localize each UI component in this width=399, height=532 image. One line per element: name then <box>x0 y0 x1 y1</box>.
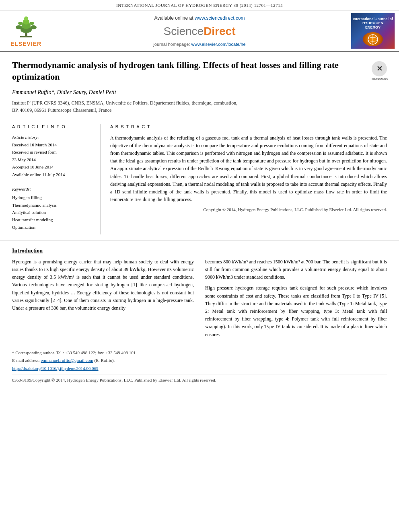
title-section: Thermodynamic analysis of hydrogen tank … <box>0 52 399 118</box>
svg-rect-1 <box>20 36 32 37</box>
keyword-2: Thermodynamic analysis <box>12 202 94 208</box>
article-info-heading: A R T I C L E I N F O <box>12 124 94 130</box>
sciencedirect-brand: ScienceDirect <box>164 23 236 39</box>
corresponding-author-text: * Corresponding author. Tel.: +33 549 49… <box>12 350 137 355</box>
crossmark-icon[interactable]: ✕ <box>372 61 387 76</box>
email-line: E-mail address: emmanuel.ruffio@gmail.co… <box>12 357 387 364</box>
doi-link[interactable]: http://dx.doi.org/10.1016/j.ijhydene.201… <box>12 366 99 371</box>
intro-para-right-1: becomes 800 kWh/m³ and reaches 1500 kWh/… <box>205 258 387 281</box>
crossmark-label: CrossMark <box>372 77 387 81</box>
abstract-column: A B S T R A C T A thermodynamic analysis… <box>110 124 387 234</box>
journal-cover-section: International Journal ofHYDROGENENERGY <box>347 10 399 51</box>
email-label: E-mail address: <box>12 358 40 363</box>
svg-point-5 <box>24 16 28 21</box>
intro-col-left: Hydrogen is a promising energy carrier t… <box>12 258 194 342</box>
journal-header: INTERNATIONAL JOURNAL OF HYDROGEN ENERGY… <box>0 0 399 10</box>
banner: ELSEVIER Available online at www.science… <box>0 10 399 52</box>
received-date: Received 16 March 2014 <box>12 142 94 148</box>
keyword-5: Optimization <box>12 224 94 230</box>
crossmark-badge[interactable]: ✕ CrossMark <box>372 61 387 76</box>
revised-date: 23 May 2014 <box>12 157 94 163</box>
article-history-group: Article history: Received 16 March 2014 … <box>12 134 94 178</box>
article-title-block: Thermodynamic analysis of hydrogen tank … <box>12 60 387 82</box>
keywords-label: Keywords: <box>12 186 94 192</box>
keyword-3: Analytical solution <box>12 210 94 216</box>
direct-text: Direct <box>204 25 235 37</box>
intro-col-right: becomes 800 kWh/m³ and reaches 1500 kWh/… <box>205 258 387 342</box>
svg-point-8 <box>18 22 23 25</box>
journal-name-text: INTERNATIONAL JOURNAL OF HYDROGEN ENERGY… <box>116 3 283 8</box>
doi-line: http://dx.doi.org/10.1016/j.ijhydene.201… <box>12 365 387 372</box>
affiliation-line1: Institut P' (UPR CNRS 3346), CNRS, ENSMA… <box>12 100 237 106</box>
email-link[interactable]: emmanuel.ruffio@gmail.com <box>41 358 93 363</box>
article-title-text: Thermodynamic analysis of hydrogen tank … <box>12 60 367 82</box>
introduction-heading: Introduction <box>12 247 387 255</box>
authors-text: Emmanuel Ruffio*, Didier Saury, Daniel P… <box>12 88 387 97</box>
introduction-section: Introduction Hydrogen is a promising ene… <box>0 240 399 345</box>
introduction-body: Hydrogen is a promising energy carrier t… <box>12 258 387 342</box>
journal-cover-title-text: International Journal ofHYDROGENENERGY <box>351 16 395 31</box>
sciencedirect-link[interactable]: www.sciencedirect.com <box>195 15 245 21</box>
svg-point-9 <box>29 22 34 25</box>
divider <box>12 182 94 182</box>
elsevier-tree-icon <box>10 14 42 39</box>
svg-point-6 <box>16 25 22 29</box>
journal-homepage-link[interactable]: www.elsevier.com/locate/he <box>191 42 246 47</box>
abstract-text-block: A thermodynamic analysis of the refuelin… <box>110 134 387 204</box>
affiliation-block: Institut P' (UPR CNRS 3346), CNRS, ENSMA… <box>12 99 387 114</box>
keywords-group: Keywords: Hydrogen filling Thermodynamic… <box>12 186 94 230</box>
abstract-copyright: Copyright © 2014, Hydrogen Energy Public… <box>110 207 387 213</box>
cover-sphere-icon <box>367 33 379 45</box>
article-history-label: Article history: <box>12 134 94 140</box>
article-info-column: A R T I C L E I N F O Article history: R… <box>12 124 101 234</box>
keyword-1: Hydrogen filling <box>12 195 94 201</box>
footer-section: * Corresponding author. Tel.: +33 549 49… <box>0 346 399 387</box>
revised-label: Received in revised form <box>12 149 94 155</box>
email-suffix: (E. Ruffio). <box>95 358 115 363</box>
elsevier-logo-section: ELSEVIER <box>0 10 52 51</box>
journal-cover-graphic <box>363 32 383 46</box>
abstract-heading: A B S T R A C T <box>110 124 387 130</box>
elsevier-brand-text: ELSEVIER <box>10 40 41 48</box>
journal-cover-image: International Journal ofHYDROGENENERGY <box>351 13 395 49</box>
svg-point-7 <box>30 25 37 29</box>
corresponding-author-line: * Corresponding author. Tel.: +33 549 49… <box>12 349 387 356</box>
journal-homepage-text: journal homepage: www.elsevier.com/locat… <box>153 41 245 47</box>
intro-para-left: Hydrogen is a promising energy carrier t… <box>12 258 194 312</box>
article-info-abstract-section: A R T I C L E I N F O Article history: R… <box>0 118 399 240</box>
science-text: Science <box>164 25 204 37</box>
accepted-date: Accepted 10 June 2014 <box>12 164 94 170</box>
keyword-4: Heat transfer modeling <box>12 217 94 223</box>
affiliation-line2: BP. 40109, 86961 Futuroscope Chasseneuil… <box>12 107 111 113</box>
abstract-paragraph: A thermodynamic analysis of the refuelin… <box>110 134 387 204</box>
sciencedirect-section: Available online at www.sciencedirect.co… <box>52 10 347 51</box>
available-date: Available online 11 July 2014 <box>12 172 94 178</box>
intro-para-right-2: High pressure hydrogen storage requires … <box>205 284 387 338</box>
issn-text: 0360-3199/Copyright © 2014, Hydrogen Ene… <box>12 374 387 384</box>
available-online-text: Available online at www.sciencedirect.co… <box>154 15 245 22</box>
